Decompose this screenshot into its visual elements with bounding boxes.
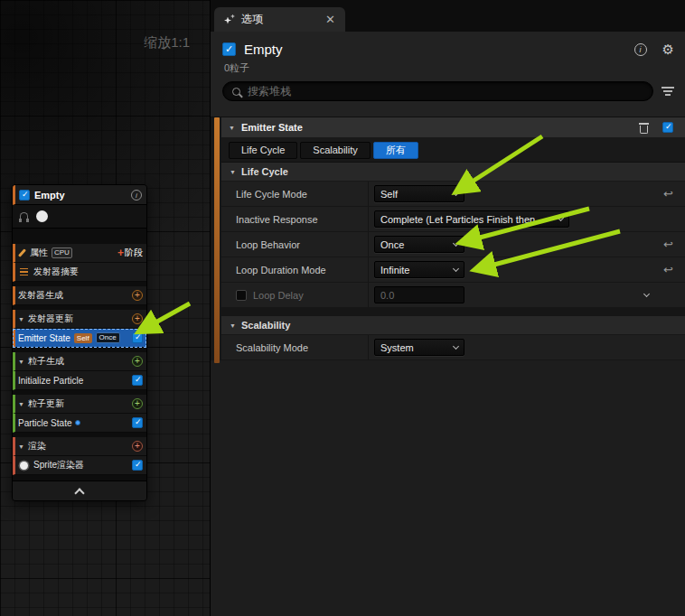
property-label: Inactive Response bbox=[236, 214, 368, 225]
sprite-renderer-checkbox[interactable] bbox=[132, 460, 143, 471]
chevron-down-icon bbox=[453, 190, 459, 196]
emitter-accent-bar bbox=[214, 117, 220, 363]
property-label: Scalability Mode bbox=[236, 342, 368, 353]
emitter-enabled-checkbox[interactable] bbox=[222, 42, 236, 56]
once-badge: Once bbox=[96, 332, 120, 343]
row-loop-duration-mode: Loop Duration Mode Infinite ↩ bbox=[221, 257, 685, 283]
reset-button[interactable]: ↩ bbox=[663, 238, 673, 251]
chevron-down-icon bbox=[453, 240, 459, 247]
stack-details: ▼ Emitter State Life Cycle Scalability 所… bbox=[211, 117, 685, 616]
inactive-response-dropdown[interactable]: Complete (Let Particles Finish then bbox=[374, 210, 569, 228]
sparkle-icon bbox=[224, 14, 235, 25]
cpu-badge: CPU bbox=[52, 247, 72, 258]
row-life-cycle-mode: Life Cycle Mode Self ↩ bbox=[221, 182, 685, 207]
add-renderer-icon[interactable]: + bbox=[132, 441, 143, 452]
emitter-state-section-header[interactable]: ▼ Emitter State bbox=[221, 117, 685, 138]
emitter-node-panel: Empty i 属性 CPU + 阶段 发射器摘要 bbox=[12, 184, 147, 501]
delete-icon[interactable] bbox=[639, 122, 649, 134]
particle-state-checkbox[interactable] bbox=[132, 417, 143, 428]
options-panel: 选项 ✕ Empty i ⚙ 0粒子 ▼ Emitter State bbox=[211, 0, 685, 616]
properties-label: 属性 bbox=[30, 247, 48, 259]
node-row-particle-state[interactable]: Particle State bbox=[13, 414, 146, 433]
node-info-icon: i bbox=[131, 190, 142, 201]
graph-canvas[interactable]: 缩放1:1 Empty i 属性 CPU + 阶段 发射器摘要 bbox=[0, 0, 211, 616]
tab-scalability[interactable]: Scalability bbox=[300, 142, 371, 159]
node-enabled-checkbox[interactable] bbox=[19, 190, 30, 201]
initialize-particle-checkbox[interactable] bbox=[132, 375, 143, 386]
loop-delay-checkbox[interactable] bbox=[236, 290, 247, 301]
node-row-render[interactable]: ▼ 渲染 + bbox=[13, 437, 146, 456]
close-icon[interactable]: ✕ bbox=[325, 13, 335, 26]
node-row-emitter-summary[interactable]: 发射器摘要 bbox=[13, 263, 146, 282]
add-module-icon[interactable]: + bbox=[132, 398, 143, 409]
property-label: Life Cycle Mode bbox=[236, 189, 368, 200]
collapse-triangle-icon[interactable]: ▼ bbox=[229, 125, 235, 131]
chevron-down-icon bbox=[558, 215, 564, 221]
property-label: Loop Behavior bbox=[236, 239, 368, 250]
node-row-sprite-renderer[interactable]: Sprite渲染器 bbox=[13, 456, 146, 475]
collapse-triangle-icon: ▼ bbox=[230, 169, 236, 175]
pencil-icon bbox=[18, 248, 26, 257]
reset-button[interactable]: ↩ bbox=[663, 263, 673, 276]
loop-duration-mode-dropdown[interactable]: Infinite bbox=[374, 261, 464, 278]
tab-life-cycle[interactable]: Life Cycle bbox=[229, 142, 297, 159]
self-badge: Self bbox=[74, 333, 92, 343]
collapse-triangle-icon[interactable]: ▼ bbox=[18, 401, 24, 407]
row-inactive-response: Inactive Response Complete (Let Particle… bbox=[221, 207, 685, 232]
list-icon bbox=[20, 268, 28, 276]
node-row-emitter-spawn[interactable]: 发射器生成 + bbox=[13, 286, 146, 305]
reset-button[interactable]: ↩ bbox=[663, 187, 673, 201]
state-dot-icon bbox=[75, 420, 80, 425]
tab-strip: 选项 ✕ bbox=[211, 0, 685, 32]
category-scalability[interactable]: ▼ Scalability bbox=[221, 316, 685, 335]
chevron-down-icon bbox=[453, 343, 459, 350]
section-title: Emitter State bbox=[241, 122, 633, 133]
material-thumbnail bbox=[36, 210, 48, 222]
collapse-triangle-icon[interactable]: ▼ bbox=[18, 316, 24, 322]
gear-icon[interactable]: ⚙ bbox=[662, 42, 674, 56]
scalability-mode-dropdown[interactable]: System bbox=[374, 339, 464, 356]
node-row-particle-update[interactable]: ▼ 粒子更新 + bbox=[13, 395, 146, 414]
expand-chevron-icon[interactable] bbox=[643, 291, 650, 297]
search-box bbox=[222, 81, 653, 101]
node-row-emitter-state[interactable]: Emitter State Self Once bbox=[13, 329, 146, 348]
collapse-triangle-icon[interactable]: ▼ bbox=[18, 359, 24, 365]
zoom-label: 缩放1:1 bbox=[144, 34, 190, 51]
collapse-triangle-icon[interactable]: ▼ bbox=[18, 443, 24, 450]
add-module-icon[interactable]: + bbox=[132, 356, 143, 367]
node-row-emitter-update[interactable]: ▼ 发射器更新 + bbox=[13, 310, 146, 329]
add-module-icon[interactable]: + bbox=[132, 313, 143, 324]
info-icon[interactable]: i bbox=[634, 43, 647, 56]
tab-all[interactable]: 所有 bbox=[373, 142, 418, 159]
node-row-properties[interactable]: 属性 CPU + 阶段 bbox=[13, 244, 146, 263]
life-cycle-mode-dropdown[interactable]: Self bbox=[374, 185, 464, 202]
search-icon bbox=[232, 88, 240, 96]
loop-delay-value[interactable]: 0.0 bbox=[374, 286, 464, 303]
node-thumbnail-row bbox=[13, 205, 146, 229]
chevron-up-icon bbox=[74, 488, 84, 498]
particle-count: 0粒子 bbox=[224, 61, 674, 75]
solo-icon[interactable] bbox=[20, 212, 28, 221]
add-module-icon[interactable]: + bbox=[132, 290, 143, 301]
search-input[interactable] bbox=[248, 85, 643, 98]
tab-label: 选项 bbox=[241, 12, 305, 27]
collapse-triangle-icon: ▼ bbox=[230, 322, 236, 329]
empty-area bbox=[211, 360, 685, 616]
emitter-node-header[interactable]: Empty i bbox=[13, 185, 146, 205]
property-label: Loop Duration Mode bbox=[236, 265, 368, 275]
emitter-state-checkbox[interactable] bbox=[132, 332, 143, 343]
node-row-initialize-particle[interactable]: Initialize Particle bbox=[13, 371, 146, 390]
node-collapse-button[interactable] bbox=[13, 481, 146, 500]
row-loop-behavior: Loop Behavior Once ↩ bbox=[221, 232, 685, 257]
filter-tab-bar: Life Cycle Scalability 所有 bbox=[221, 138, 685, 163]
node-title: Empty bbox=[34, 190, 127, 201]
tab-options[interactable]: 选项 ✕ bbox=[214, 7, 345, 32]
module-enabled-checkbox[interactable] bbox=[662, 122, 673, 133]
panel-title: Empty bbox=[244, 42, 626, 57]
filter-icon[interactable] bbox=[662, 87, 674, 96]
panel-header: Empty i ⚙ 0粒子 bbox=[211, 32, 685, 117]
add-stage-button[interactable]: + 阶段 bbox=[117, 247, 143, 259]
category-life-cycle[interactable]: ▼ Life Cycle bbox=[221, 163, 685, 182]
node-row-particle-spawn[interactable]: ▼ 粒子生成 + bbox=[13, 352, 146, 371]
loop-behavior-dropdown[interactable]: Once bbox=[374, 236, 464, 253]
